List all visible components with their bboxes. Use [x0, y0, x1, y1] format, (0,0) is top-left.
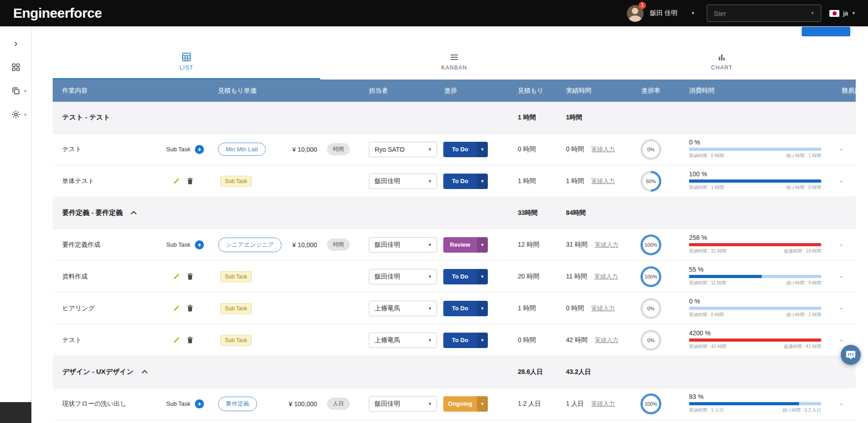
group-title: テスト - テスト: [62, 113, 110, 122]
chevron-down-icon: ▼: [477, 301, 488, 316]
tab-label: KANBAN: [441, 65, 467, 71]
pencil-icon: [173, 336, 180, 344]
status-dropdown[interactable]: To Do ▼: [443, 333, 488, 348]
sidebar-item-settings[interactable]: [0, 103, 31, 126]
collapse-chevron-icon[interactable]: [142, 370, 148, 376]
table-row: ヒアリング Sub Task 上條竜馬 ▼: [53, 293, 856, 324]
group-title: 要件定義 - 要件定義: [62, 209, 123, 217]
actual-value: 31 時間: [566, 241, 587, 249]
consumed-time: 0 % 実績時間 : 0 時間残り時間 : 1 時間: [678, 134, 827, 165]
sidebar-item-documents[interactable]: [0, 79, 31, 103]
edit-button[interactable]: [173, 336, 180, 344]
chevron-down-icon: ▼: [428, 274, 432, 279]
chat-launcher-button[interactable]: [841, 345, 861, 365]
table-header: 作業内容 見積もり単価 担当者 進捗 見積もり 実績時間 進捗率 消費時間 難易…: [53, 80, 856, 102]
add-subtask-button[interactable]: +: [195, 240, 204, 249]
assignee-select[interactable]: 飯田佳明 ▼: [369, 237, 437, 253]
progress-ring: 100%: [640, 266, 661, 287]
status-dropdown[interactable]: To Do ▼: [443, 142, 488, 157]
tab-label: CHART: [711, 65, 733, 71]
add-subtask-button[interactable]: +: [195, 145, 204, 154]
delete-button[interactable]: [187, 177, 193, 185]
tab-list[interactable]: LIST: [53, 26, 320, 80]
actual-input-link[interactable]: 実績入力: [594, 273, 618, 281]
actual-input-link[interactable]: 実績入力: [595, 241, 618, 249]
actual-value: 0 時間: [566, 304, 584, 313]
estimate-value: 1 時間: [501, 293, 551, 324]
table-grid-icon: [182, 53, 191, 61]
grid-icon: [11, 63, 20, 72]
bar-chart-icon: [718, 53, 726, 61]
progress-ring: 100%: [640, 393, 661, 414]
assignee-value: Ryo SATO: [375, 146, 405, 153]
delete-button[interactable]: [187, 336, 193, 344]
assignee-select[interactable]: 飯田佳明 ▼: [369, 174, 437, 189]
status-dropdown[interactable]: Ongoing ▼: [443, 396, 488, 412]
sub-task-label: Sub Task: [166, 400, 190, 407]
group-actual: 1時間: [551, 114, 624, 122]
user-name[interactable]: 飯田 佳明: [650, 9, 677, 17]
task-name: 要件定義作成: [53, 229, 162, 260]
indicator-dot: [24, 114, 26, 116]
column-header: 進捗率: [624, 80, 678, 102]
estimate-value: 1.2 人日: [501, 388, 551, 419]
status-dropdown[interactable]: To Do ▼: [443, 174, 488, 189]
assignee-select[interactable]: 飯田佳明 ▼: [369, 396, 437, 412]
sidebar-expand-button[interactable]: [0, 32, 31, 55]
assignee-select[interactable]: 上條竜馬 ▼: [369, 301, 437, 316]
role-badge: Min Min Latt: [218, 143, 266, 156]
edit-button[interactable]: [173, 273, 180, 280]
consumed-time: 83 % 実績時間 : 1 人日残り時間 : 0.2 人日: [678, 388, 827, 419]
progress-ring: 50%: [640, 171, 661, 192]
chevron-down-icon: ▼: [428, 306, 432, 311]
organization-select[interactable]: SIer ▼: [707, 5, 821, 22]
actual-value: 0 時間: [566, 145, 584, 154]
actual-value: 1 時間: [566, 177, 584, 185]
estimate-value: 20 時間: [501, 261, 551, 292]
collapse-chevron-icon[interactable]: [131, 211, 137, 217]
table-row: 単体テスト Sub Task 飯田佳明 ▼: [53, 165, 856, 197]
task-name: 現状フローの洗い出し: [53, 388, 162, 419]
chevron-down-icon: ▼: [477, 396, 488, 412]
tab-kanban[interactable]: KANBAN: [320, 26, 588, 80]
actual-input-link[interactable]: 実績入力: [591, 304, 615, 313]
task-name: ヒアリング: [53, 293, 162, 324]
assignee-select[interactable]: 飯田佳明 ▼: [369, 269, 437, 284]
group-row: 要件定義 - 要件定義 33時間 84時間: [53, 197, 856, 229]
sidebar-item-dashboard[interactable]: [0, 55, 31, 79]
difficulty-value: -: [827, 165, 856, 197]
status-dropdown[interactable]: To Do ▼: [443, 269, 488, 284]
progress-ring: 0%: [640, 330, 661, 351]
edit-button[interactable]: [173, 177, 180, 185]
edit-button[interactable]: [173, 304, 180, 312]
chevron-down-icon: ▼: [428, 243, 432, 247]
column-header: 担当者: [357, 80, 443, 102]
status-dropdown[interactable]: To Do ▼: [443, 301, 488, 316]
group-row: デザイン - UXデザイン 28.6人日 43.2人日: [53, 356, 856, 388]
trash-icon: [187, 177, 193, 185]
group-estimate: 28.6人日: [501, 368, 551, 376]
unit-badge: 時間: [327, 239, 350, 251]
actual-input-link[interactable]: 実績入力: [591, 400, 615, 408]
notification-badge: 1: [639, 2, 646, 9]
assignee-select[interactable]: Ryo SATO ▼: [369, 142, 437, 157]
progress-ring: 0%: [640, 139, 661, 160]
language-selector[interactable]: ja ▼: [829, 10, 856, 17]
chevron-down-icon: ▼: [428, 402, 432, 406]
chevron-down-icon: ▼: [428, 147, 432, 152]
add-subtask-button[interactable]: +: [195, 399, 204, 408]
actual-input-link[interactable]: 実績入力: [591, 177, 615, 185]
actual-input-link[interactable]: 実績入力: [591, 145, 615, 154]
unit-badge: 人日: [327, 398, 350, 410]
add-task-button-partial[interactable]: [802, 27, 850, 36]
assignee-select[interactable]: 上條竜馬 ▼: [369, 333, 437, 348]
app-header: Engineerforce 1 飯田 佳明 ▼ SIer ▼ ja ▼: [0, 0, 868, 26]
delete-button[interactable]: [187, 273, 193, 280]
user-menu-chevron-icon[interactable]: ▼: [691, 11, 695, 15]
avatar[interactable]: 1: [627, 5, 644, 22]
actual-input-link[interactable]: 実績入力: [595, 336, 618, 344]
unit-badge: 時間: [327, 143, 350, 155]
tab-label: LIST: [179, 65, 193, 71]
status-dropdown[interactable]: Review ▼: [443, 237, 488, 253]
delete-button[interactable]: [187, 304, 193, 312]
